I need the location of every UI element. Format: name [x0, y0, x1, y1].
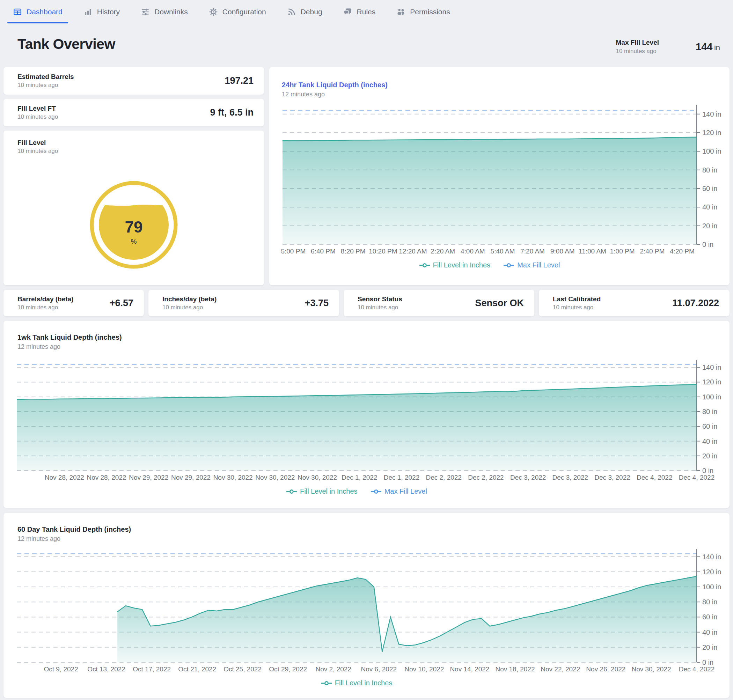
x-axis-label: 12:20 AM [399, 247, 427, 255]
max-fill-value: 144 in [696, 41, 720, 53]
nav-tab-permissions[interactable]: Permissions [386, 0, 460, 24]
y-axis-tick-label: 140 in [702, 553, 721, 561]
y-axis-tick-label: 40 in [702, 203, 717, 211]
x-axis-label: Oct 13, 2022 [87, 665, 125, 673]
fill-level-gauge: 79 % [88, 179, 179, 270]
y-axis-tick-label: 60 in [702, 185, 717, 193]
y-axis-tick-label: 80 in [702, 598, 717, 606]
nav-tab-rules[interactable]: Rules [333, 0, 386, 24]
legend-item[interactable]: Max Fill Level [371, 487, 427, 496]
legend-item[interactable]: Fill Level in Inches [419, 261, 491, 269]
x-axis-label: Oct 29, 2022 [269, 665, 307, 673]
y-axis-tick-label: 120 in [702, 568, 721, 576]
x-axis-label: Oct 17, 2022 [133, 665, 171, 673]
chart-24hr-plot: 0 in20 in40 in60 in80 in100 in120 in140 … [283, 105, 724, 244]
kpi-label: Inches/day (beta) [162, 296, 216, 303]
chart-title-24hr[interactable]: 24hr Tank Liquid Depth (inches) [282, 81, 388, 89]
kpi-updated: 10 minutes ago [18, 304, 74, 311]
x-axis-labels: Nov 28, 2022Nov 28, 2022Nov 29, 2022Nov … [17, 471, 697, 483]
x-axis-label: 5:40 AM [491, 247, 515, 255]
nav-tab-label: Permissions [410, 8, 450, 16]
dashboard-icon [13, 7, 22, 16]
legend-item[interactable]: Max Fill Level [503, 261, 560, 269]
kpi-updated: 10 minutes ago [358, 304, 402, 311]
y-axis-tick-label: 40 in [702, 437, 717, 445]
nav-tab-label: Configuration [222, 8, 266, 16]
x-axis-label: 2:40 PM [640, 247, 665, 255]
nav-tab-configuration[interactable]: Configuration [198, 0, 277, 24]
y-axis-tick-label: 80 in [702, 166, 717, 174]
x-axis-label: Dec 1, 2022 [341, 474, 377, 481]
chart-card-1wk: 1wk Tank Liquid Depth (inches) 12 minute… [3, 321, 730, 508]
nav-tab-label: Debug [301, 8, 322, 16]
x-axis-label: Nov 10, 2022 [405, 665, 444, 673]
nav-tab-history[interactable]: History [73, 0, 130, 24]
chart-legend: Fill Level in Inches [17, 679, 697, 687]
fill-level-series-area [283, 137, 697, 244]
x-axis-label: Dec 1, 2022 [384, 474, 419, 481]
y-axis-tick-label: 20 in [702, 222, 717, 230]
y-axis-tick-label: 100 in [702, 393, 721, 401]
fill-level-gauge-card: Fill Level 10 minutes ago 79 % [3, 131, 264, 285]
x-axis-labels: Oct 9, 2022Oct 13, 2022Oct 17, 2022Oct 2… [17, 662, 697, 675]
x-axis-label: Nov 28, 2022 [45, 474, 84, 481]
chart-card-60day: 60 Day Tank Liquid Depth (inches) 12 min… [3, 513, 730, 698]
sensor-status-value: Sensor OK [475, 298, 524, 309]
kpi-updated: 10 minutes ago [18, 148, 58, 154]
y-axis-tick-label: 40 in [702, 628, 717, 636]
x-axis-label: Dec 3, 2022 [595, 474, 630, 481]
estimated-barrels-card: Estimated Barrels 10 minutes ago 197.21 [3, 67, 264, 95]
nav-tab-dashboard[interactable]: Dashboard [3, 0, 73, 24]
x-axis-label: 7:20 AM [520, 247, 545, 255]
legend-item[interactable]: Fill Level in Inches [321, 679, 393, 687]
page-title: Tank Overview [18, 36, 115, 52]
x-axis-label: 9:00 AM [550, 247, 575, 255]
kpi-label: Last Calibrated [553, 296, 601, 303]
y-axis-tick-label: 100 in [702, 583, 721, 591]
kpi-updated: 10 minutes ago [18, 82, 74, 89]
y-axis-tick-label: 0 in [702, 241, 714, 248]
x-axis-labels: 5:00 PM6:40 PM8:20 PM10:20 PM12:20 AM2:2… [283, 244, 697, 257]
legend-marker-icon [286, 490, 297, 494]
legend-marker-icon [503, 263, 514, 268]
y-axis-tick-label: 20 in [702, 643, 717, 651]
chart-updated-60day: 12 minutes ago [18, 535, 131, 543]
fill-level-ft-card: Fill Level FT 10 minutes ago 9 ft, 6.5 i… [3, 99, 264, 126]
x-axis-label: Nov 29, 2022 [129, 474, 168, 481]
chart-60day-tank-liquid-depth[interactable]: 0 in20 in40 in60 in80 in100 in120 in140 … [17, 549, 724, 696]
x-axis-label: 4:00 AM [461, 247, 485, 255]
x-axis-label: 4:20 PM [670, 247, 695, 255]
y-axis-tick-label: 140 in [702, 363, 721, 371]
max-fill-updated: 10 minutes ago [616, 48, 659, 55]
barrels-per-day-card: Barrels/day (beta) 10 minutes ago +6.57 [3, 290, 144, 316]
chart-1wk-tank-liquid-depth[interactable]: 0 in20 in40 in60 in80 in100 in120 in140 … [17, 360, 724, 504]
nav-tab-label: Downlinks [155, 8, 188, 16]
fill-level-series-area [117, 576, 697, 662]
chart-legend: Fill Level in InchesMax Fill Level [283, 261, 697, 269]
y-axis-tick-label: 120 in [702, 378, 721, 386]
y-axis-tick-label: 120 in [702, 129, 721, 137]
x-axis-label: 8:20 PM [341, 247, 366, 255]
x-axis-label: 2:20 AM [431, 247, 455, 255]
y-axis-tick-label: 0 in [702, 659, 714, 666]
chart-24hr-tank-liquid-depth[interactable]: 0 in20 in40 in60 in80 in100 in120 in140 … [283, 105, 724, 278]
y-axis-tick-label: 60 in [702, 422, 717, 430]
nav-tab-label: History [97, 8, 120, 16]
nav-tab-downlinks[interactable]: Downlinks [130, 0, 198, 24]
y-axis-tick-label: 140 in [702, 110, 721, 118]
x-axis-label: Nov 14, 2022 [450, 665, 489, 673]
legend-marker-icon [321, 681, 332, 685]
inches-per-day-value: +3.75 [305, 298, 328, 309]
kpi-updated: 10 minutes ago [18, 113, 58, 121]
y-axis-tick-label: 60 in [702, 613, 717, 621]
estimated-barrels-value: 197.21 [225, 75, 253, 86]
fill-level-ft-value: 9 ft, 6.5 in [210, 107, 253, 118]
barrels-per-day-value: +6.57 [110, 298, 133, 309]
nav-tab-debug[interactable]: Debug [277, 0, 333, 24]
x-axis-label: 5:00 PM [281, 247, 306, 255]
x-axis-label: Nov 28, 2022 [87, 474, 126, 481]
legend-item[interactable]: Fill Level in Inches [286, 487, 358, 496]
x-axis-label: 1:00 PM [610, 247, 635, 255]
x-axis-label: Nov 29, 2022 [171, 474, 210, 481]
kpi-updated: 10 minutes ago [553, 304, 601, 311]
